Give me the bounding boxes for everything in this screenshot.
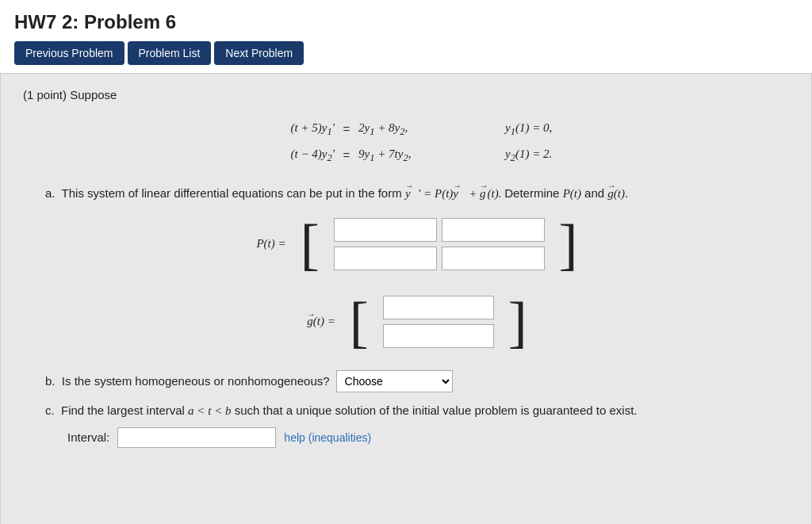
Pt-ref: P(t) [563,187,581,200]
matrix-bracket-left: [ [301,216,320,273]
equation-row-1: (t + 5)y1′ = 2y1 + 8y2, y1(1) = 0, [224,116,588,142]
points-text: (1 point) Suppose [23,88,789,101]
content-area: (1 point) Suppose (t + 5)y1′ = 2y1 + 8y2… [0,73,812,524]
prev-problem-button[interactable]: Previous Problem [14,41,124,65]
part-a-label: a. This system of linear differential eq… [45,186,789,201]
equation-row-2: (t − 4)y2′ = 9y1 + 7ty2, y2(1) = 2. [224,142,588,168]
part-a: a. This system of linear differential eq… [45,186,789,351]
part-c-text: c. Find the largest interval a < t < b s… [45,404,767,418]
equations-block: (t + 5)y1′ = 2y1 + 8y2, y1(1) = 0, (t − … [23,116,789,169]
eq2-ic: y2(1) = 2. [493,142,588,168]
interval-input[interactable] [117,427,276,448]
gt-input-2[interactable] [383,324,494,348]
vector-bracket-right: ] [508,293,527,350]
gt-vector-grid [378,293,499,351]
pt-matrix-container: P(t) = [ ] [45,215,789,273]
vector-bracket-left: [ [350,293,369,350]
matrix-bracket-right: ] [559,216,578,273]
pt-input-21[interactable] [334,247,437,270]
pt-input-11[interactable] [334,218,437,242]
gt-label: → g (t) = [307,315,335,328]
pt-label: P(t) = [256,237,285,251]
eq2-lhs: (t − 4)y2′ [224,142,335,168]
problem-list-button[interactable]: Problem List [128,41,212,65]
pt-input-12[interactable] [442,218,545,242]
part-b: b. Is the system homogeneous or nonhomog… [45,370,767,392]
gt-ref: →g(t) [607,187,625,200]
eq1-equals: = [335,117,358,142]
equations-table: (t + 5)y1′ = 2y1 + 8y2, y1(1) = 0, (t − … [224,116,588,169]
eq2-equals: = [335,143,358,168]
eq2-rhs: 9y1 + 7ty2, [358,142,493,168]
homogeneous-select[interactable]: Choose homogeneous nonhomogeneous [336,370,453,392]
eq1-lhs: (t + 5)y1′ [224,116,335,142]
eq1-ic: y1(1) = 0, [493,116,588,142]
page-header: HW7 2: Problem 6 Previous Problem Proble… [0,0,812,73]
page-title: HW7 2: Problem 6 [14,11,798,33]
gt-input-1[interactable] [383,296,494,319]
nav-buttons: Previous Problem Problem List Next Probl… [14,41,798,65]
interval-label: Interval: [67,430,109,444]
eq1-rhs: 2y1 + 8y2, [358,116,493,142]
part-c-condition: a < t < b [188,404,231,417]
gt-vector-container: → g (t) = [ ] [45,293,789,351]
next-problem-button[interactable]: Next Problem [214,41,304,65]
pt-matrix-grid [329,215,550,273]
part-c: c. Find the largest interval a < t < b s… [45,404,767,448]
pt-input-22[interactable] [442,247,545,270]
part-a-form: → y ′ = P(t) → y + → g (t). [405,187,504,200]
interval-row: Interval: help (inequalities) [67,427,767,448]
part-b-text: b. Is the system homogeneous or nonhomog… [45,374,330,388]
help-link[interactable]: help (inequalities) [284,431,371,444]
